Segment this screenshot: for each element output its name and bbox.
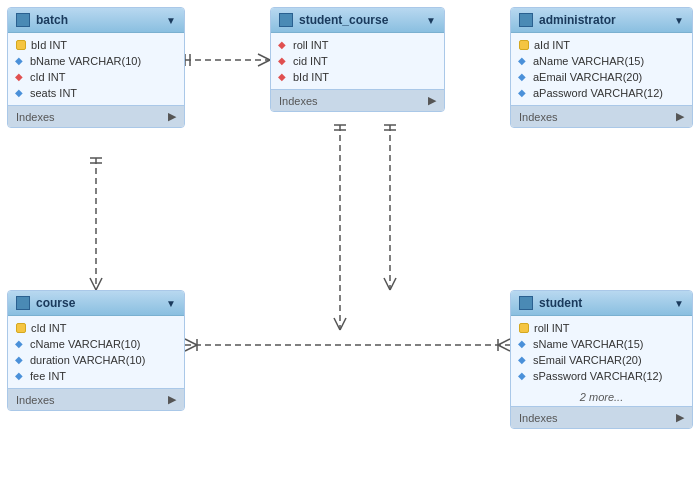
table-batch-header[interactable]: batch ▼: [8, 8, 184, 33]
table-administrator-header[interactable]: administrator ▼: [511, 8, 692, 33]
diamond-blue-icon-2: [16, 89, 25, 98]
diamond-blue-icon: [519, 57, 528, 66]
footer-arrow-icon[interactable]: ▶: [676, 411, 684, 424]
indexes-label: Indexes: [16, 111, 55, 123]
table-icon: [519, 13, 533, 27]
more-fields-text: 2 more...: [511, 388, 692, 406]
table-course-body: cId INT cName VARCHAR(10) duration VARCH…: [8, 316, 184, 388]
field-sname: sName VARCHAR(15): [511, 336, 692, 352]
svg-line-18: [390, 278, 396, 290]
table-batch-footer[interactable]: Indexes ▶: [8, 105, 184, 127]
dropdown-arrow-icon[interactable]: ▼: [166, 298, 176, 309]
diamond-blue-icon-3: [519, 372, 528, 381]
footer-arrow-icon[interactable]: ▶: [168, 393, 176, 406]
table-batch-name: batch: [36, 13, 160, 27]
table-icon: [16, 13, 30, 27]
table-icon: [16, 296, 30, 310]
field-duration: duration VARCHAR(10): [8, 352, 184, 368]
svg-line-23: [185, 345, 197, 351]
table-course-footer[interactable]: Indexes ▶: [8, 388, 184, 410]
field-aemail-label: aEmail VARCHAR(20): [533, 71, 642, 83]
diamond-blue-icon-3: [16, 372, 25, 381]
field-seats: seats INT: [8, 85, 184, 101]
er-diagram: batch ▼ bId INT bName VARCHAR(10) cId IN…: [0, 0, 700, 500]
indexes-label: Indexes: [519, 111, 558, 123]
field-roll-label: roll INT: [293, 39, 328, 51]
table-icon: [519, 296, 533, 310]
field-semail: sEmail VARCHAR(20): [511, 352, 692, 368]
field-cid-c-label: cId INT: [31, 322, 66, 334]
table-student[interactable]: student ▼ roll INT sName VARCHAR(15) sEm…: [510, 290, 693, 429]
footer-arrow-icon[interactable]: ▶: [428, 94, 436, 107]
table-student-course[interactable]: student_course ▼ roll INT cid INT bId IN…: [270, 7, 445, 112]
table-batch[interactable]: batch ▼ bId INT bName VARCHAR(10) cId IN…: [7, 7, 185, 128]
svg-line-25: [498, 339, 510, 345]
svg-line-1: [258, 54, 270, 60]
field-bname: bName VARCHAR(10): [8, 53, 184, 69]
svg-line-7: [90, 278, 96, 290]
svg-line-8: [96, 278, 102, 290]
field-semail-label: sEmail VARCHAR(20): [533, 354, 642, 366]
table-administrator-footer[interactable]: Indexes ▶: [511, 105, 692, 127]
diamond-blue-icon-2: [519, 356, 528, 365]
table-batch-body: bId INT bName VARCHAR(10) cId INT seats …: [8, 33, 184, 105]
diamond-blue-icon: [519, 340, 528, 349]
diamond-red-icon-3: [279, 73, 288, 82]
field-aemail: aEmail VARCHAR(20): [511, 69, 692, 85]
footer-arrow-icon[interactable]: ▶: [676, 110, 684, 123]
field-bid-sc: bId INT: [271, 69, 444, 85]
table-course-name: course: [36, 296, 160, 310]
diamond-red-icon-2: [279, 57, 288, 66]
table-student-course-footer[interactable]: Indexes ▶: [271, 89, 444, 111]
field-roll: roll INT: [271, 37, 444, 53]
field-sname-label: sName VARCHAR(15): [533, 338, 643, 350]
svg-line-17: [384, 278, 390, 290]
diamond-red-icon: [279, 41, 288, 50]
table-student-course-name: student_course: [299, 13, 420, 27]
diamond-red-icon: [16, 73, 25, 82]
field-bid: bId INT: [8, 37, 184, 53]
field-cname-label: cName VARCHAR(10): [30, 338, 140, 350]
field-aid: aId INT: [511, 37, 692, 53]
svg-line-26: [498, 345, 510, 351]
dropdown-arrow-icon[interactable]: ▼: [426, 15, 436, 26]
table-student-name: student: [539, 296, 668, 310]
diamond-blue-icon: [16, 340, 25, 349]
svg-line-12: [334, 318, 340, 330]
diamond-blue-icon-2: [16, 356, 25, 365]
footer-arrow-icon[interactable]: ▶: [168, 110, 176, 123]
key-icon: [16, 323, 26, 333]
table-administrator-body: aId INT aName VARCHAR(15) aEmail VARCHAR…: [511, 33, 692, 105]
table-student-header[interactable]: student ▼: [511, 291, 692, 316]
table-course[interactable]: course ▼ cId INT cName VARCHAR(10) durat…: [7, 290, 185, 411]
indexes-label: Indexes: [16, 394, 55, 406]
field-cid-sc: cid INT: [271, 53, 444, 69]
table-administrator-name: administrator: [539, 13, 668, 27]
field-aid-label: aId INT: [534, 39, 570, 51]
table-administrator[interactable]: administrator ▼ aId INT aName VARCHAR(15…: [510, 7, 693, 128]
table-student-course-header[interactable]: student_course ▼: [271, 8, 444, 33]
field-roll-s-label: roll INT: [534, 322, 569, 334]
dropdown-arrow-icon[interactable]: ▼: [674, 15, 684, 26]
diamond-blue-icon-2: [519, 73, 528, 82]
field-apassword-label: aPassword VARCHAR(12): [533, 87, 663, 99]
key-icon: [519, 323, 529, 333]
field-spassword: sPassword VARCHAR(12): [511, 368, 692, 384]
table-student-footer[interactable]: Indexes ▶: [511, 406, 692, 428]
field-apassword: aPassword VARCHAR(12): [511, 85, 692, 101]
field-aname: aName VARCHAR(15): [511, 53, 692, 69]
field-fee-label: fee INT: [30, 370, 66, 382]
field-fee: fee INT: [8, 368, 184, 384]
table-course-header[interactable]: course ▼: [8, 291, 184, 316]
field-cid-label: cId INT: [30, 71, 65, 83]
diamond-blue-icon-3: [519, 89, 528, 98]
dropdown-arrow-icon[interactable]: ▼: [674, 298, 684, 309]
dropdown-arrow-icon[interactable]: ▼: [166, 15, 176, 26]
diamond-blue-icon: [16, 57, 25, 66]
field-bname-label: bName VARCHAR(10): [30, 55, 141, 67]
key-icon: [16, 40, 26, 50]
field-cid: cId INT: [8, 69, 184, 85]
field-bid-label: bId INT: [31, 39, 67, 51]
field-spassword-label: sPassword VARCHAR(12): [533, 370, 662, 382]
indexes-label: Indexes: [279, 95, 318, 107]
